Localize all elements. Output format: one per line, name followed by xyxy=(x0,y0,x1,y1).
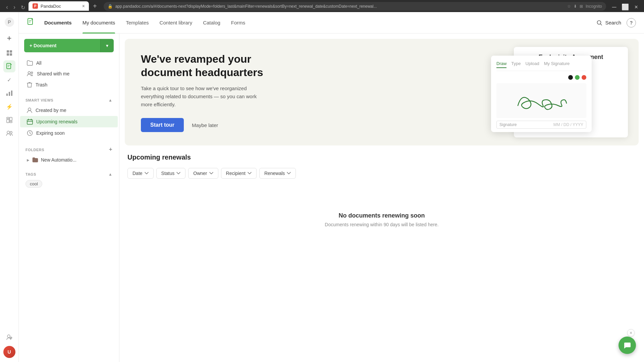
help-button[interactable]: ? xyxy=(627,18,636,27)
rail-logo[interactable]: P xyxy=(3,16,15,28)
top-nav: Documents My documents Templates Content… xyxy=(19,12,644,34)
smart-views-section: SMART VIEWS ▲ Created by me Upcoming ren… xyxy=(19,96,119,139)
signature-field: Signature MM / DD / YYYY xyxy=(496,121,586,129)
sidebar-item-shared[interactable]: Shared with me xyxy=(20,68,118,79)
sidebar-item-expiring-soon[interactable]: Expiring soon xyxy=(20,127,118,139)
nav-link-documents[interactable]: Documents xyxy=(39,12,77,34)
rail-icon-documents[interactable] xyxy=(3,60,15,72)
filter-recipient-arrow xyxy=(248,172,252,175)
new-doc-dropdown-button[interactable]: ▾ xyxy=(100,39,114,52)
svg-rect-11 xyxy=(11,90,12,96)
smart-views-header: SMART VIEWS ▲ xyxy=(19,96,119,105)
svg-rect-5 xyxy=(10,53,12,56)
nav-link-catalog[interactable]: Catalog xyxy=(198,12,226,34)
svg-rect-12 xyxy=(7,117,9,119)
extensions-icon[interactable]: ⊞ xyxy=(580,4,583,9)
chat-close-button[interactable]: × xyxy=(627,329,635,337)
tab-title: PandaDoc xyxy=(41,4,61,9)
user-avatar[interactable]: U xyxy=(3,346,15,358)
tags-collapse-icon[interactable]: ▲ xyxy=(108,172,112,177)
rail-icon-tasks[interactable]: ✓ xyxy=(3,74,15,86)
rail-icon-add-user[interactable] xyxy=(3,331,15,343)
filter-date[interactable]: Date xyxy=(127,168,154,179)
svg-rect-2 xyxy=(7,50,9,53)
folders-add-icon[interactable]: + xyxy=(109,146,112,153)
sidebar-item-created-by-me[interactable]: Created by me xyxy=(20,105,118,116)
dot-red[interactable] xyxy=(582,75,586,80)
download-icon[interactable]: ⬇ xyxy=(574,4,577,9)
folder-expand-arrow[interactable]: ▶ xyxy=(27,158,30,162)
doc-tab-draw[interactable]: Draw xyxy=(496,61,506,68)
svg-point-24 xyxy=(31,72,33,74)
empty-state: No documents renewing soon Documents ren… xyxy=(127,192,636,247)
svg-point-17 xyxy=(10,131,12,133)
doc-tab-signature[interactable]: My Signature xyxy=(544,61,570,68)
doc-tab-upload[interactable]: Upload xyxy=(526,61,539,68)
search-icon xyxy=(596,20,602,26)
folders-title: FOLDERS xyxy=(25,148,44,152)
filter-renewals-arrow xyxy=(287,172,291,175)
chat-icon xyxy=(623,341,631,349)
search-button[interactable]: Search xyxy=(596,20,621,26)
rail-icon-activity[interactable]: ⚡ xyxy=(3,101,15,113)
bookmark-icon[interactable]: ☆ xyxy=(567,4,571,9)
maybe-later-button[interactable]: Maybe later xyxy=(192,122,218,128)
smart-views-collapse-icon[interactable]: ▲ xyxy=(108,98,112,103)
window-minimize[interactable]: ─ xyxy=(610,4,619,11)
promo-text-area: We've revamped your document headquarter… xyxy=(125,39,478,145)
svg-rect-21 xyxy=(29,22,31,22)
svg-rect-8 xyxy=(8,66,9,67)
new-doc-main-button[interactable]: + Document xyxy=(24,39,100,52)
rail-icon-contacts[interactable] xyxy=(3,127,15,139)
sidebar-item-upcoming-renewals[interactable]: Upcoming renewals xyxy=(20,116,118,127)
reload-button[interactable]: ↻ xyxy=(19,4,27,11)
new-tab-button[interactable]: + xyxy=(90,1,100,11)
svg-rect-10 xyxy=(9,92,10,96)
icon-rail: P + ✓ ⚡ U xyxy=(0,12,19,362)
tags-section: TAGS ▲ cool xyxy=(19,170,119,189)
rail-icon-templates[interactable] xyxy=(3,114,15,126)
filter-owner-arrow xyxy=(209,172,213,175)
promo-actions: Start tour Maybe later xyxy=(141,118,462,132)
signature-drawing-area[interactable] xyxy=(496,83,586,118)
new-doc-button-container: + Document ▾ xyxy=(24,39,114,52)
tags-title: TAGS xyxy=(25,172,36,176)
start-tour-button[interactable]: Start tour xyxy=(141,118,184,132)
promo-title: We've revamped your document headquarter… xyxy=(141,52,275,79)
filter-recipient[interactable]: Recipient xyxy=(221,168,257,179)
sidebar: + Document ▾ All Shared with me xyxy=(19,34,119,362)
nav-link-content-library[interactable]: Content library xyxy=(154,12,198,34)
rail-icon-home[interactable] xyxy=(3,47,15,59)
app-layout: P + ✓ ⚡ U Doc xyxy=(0,12,644,362)
nav-link-forms[interactable]: Forms xyxy=(226,12,251,34)
filter-bar: Date Status Owner Recipient xyxy=(127,168,636,179)
empty-state-description: Documents renewing within 90 days will b… xyxy=(127,222,636,227)
url-bar[interactable]: app.pandadoc.com/a/#/documents-next?disp… xyxy=(115,4,565,9)
dot-green[interactable] xyxy=(575,75,580,80)
chat-bubble[interactable] xyxy=(619,337,636,354)
tab-close-icon[interactable]: × xyxy=(82,3,85,9)
sidebar-item-trash[interactable]: Trash xyxy=(20,79,118,90)
svg-rect-3 xyxy=(10,50,12,53)
window-close[interactable]: × xyxy=(632,4,640,11)
new-tab-button-left[interactable]: ‹ xyxy=(4,4,10,11)
rail-add-button[interactable]: + xyxy=(3,32,15,44)
filter-status[interactable]: Status xyxy=(156,168,186,179)
doc-tab-type[interactable]: Type xyxy=(511,61,521,68)
sidebar-item-all[interactable]: All xyxy=(20,58,118,68)
window-maximize[interactable]: ⬜ xyxy=(620,3,631,11)
rail-icon-analytics[interactable] xyxy=(3,87,15,99)
nav-link-my-documents[interactable]: My documents xyxy=(77,12,121,34)
dot-black[interactable] xyxy=(568,75,573,80)
svg-point-18 xyxy=(7,335,10,338)
new-tab-button-forward[interactable]: › xyxy=(11,4,17,11)
tag-cool[interactable]: cool xyxy=(25,180,42,188)
browser-tab-pandadoc[interactable]: P PandaDoc × xyxy=(29,1,89,11)
svg-rect-14 xyxy=(10,117,12,121)
folder-item-new-automation[interactable]: ▶ New Automatio... xyxy=(19,155,119,165)
filter-renewals[interactable]: Renewals xyxy=(259,168,296,179)
date-label: MM / DD / YYYY xyxy=(553,122,583,127)
nav-link-templates[interactable]: Templates xyxy=(120,12,154,34)
filter-owner[interactable]: Owner xyxy=(188,168,218,179)
tags-header: TAGS ▲ xyxy=(19,170,119,179)
